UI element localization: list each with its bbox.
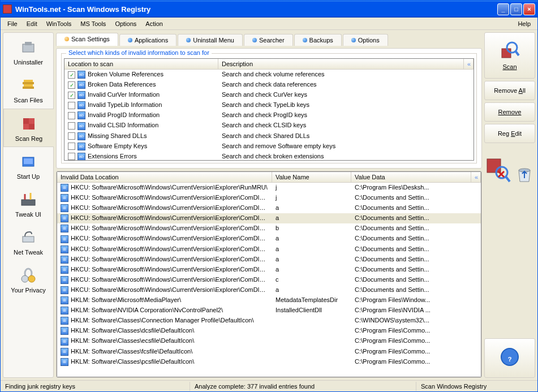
result-row[interactable]: ⊞HKLM: Software\Classes\pcsfile\DefaultI… (57, 357, 481, 367)
sidebar-item-uninstaller[interactable]: Uninstaller (3, 33, 53, 71)
menu-mstools[interactable]: MS Tools (76, 19, 110, 29)
tab-scan-settings[interactable]: Scan Settings (56, 33, 118, 46)
sidebar: UninstallerScan FilesScan RegStart UpTwe… (3, 32, 54, 378)
sidebar-item-scanreg[interactable]: Scan Reg (3, 109, 54, 147)
close-button[interactable]: × (523, 3, 535, 15)
result-row[interactable]: ⊞HKLM: Software\Classes\dcsfile\DefaultI… (57, 326, 481, 336)
svg-rect-19 (502, 49, 511, 58)
tab-backups[interactable]: Backups (294, 34, 342, 46)
col-value-name[interactable]: Value Name (272, 172, 351, 182)
checkbox[interactable] (68, 143, 75, 150)
svg-line-22 (515, 51, 519, 55)
menu-edit[interactable]: Edit (22, 19, 42, 29)
svg-rect-7 (29, 118, 35, 124)
checkbox[interactable]: ✓ (68, 92, 75, 99)
result-row[interactable]: ⊞HKLM: Software\Microsoft\MediaPlayer\Me… (57, 295, 481, 305)
reg-item-icon: ab (78, 111, 85, 119)
scan-location-row[interactable]: abInvalid CLSID InformationSearch and ch… (64, 120, 474, 131)
scroll-up-icon[interactable]: « (464, 59, 474, 69)
scan-location-row[interactable]: ✓abBroken Data ReferencesSearch and chec… (64, 80, 474, 90)
sidebar-label: Uninstaller (6, 59, 51, 66)
app-icon (3, 5, 12, 14)
recycle-bin-icon (514, 163, 535, 184)
result-row[interactable]: ⊞HKCU: Software\Microsoft\Windows\Curren… (57, 285, 481, 295)
checkbox[interactable] (68, 102, 75, 109)
col-location[interactable]: Location to scan (64, 59, 218, 69)
sidebar-label: Your Privacy (6, 287, 51, 294)
reg-item-icon: ab (78, 132, 85, 140)
checkbox[interactable] (68, 122, 75, 130)
menu-action[interactable]: Action (141, 19, 167, 29)
reg-item-icon: ab (78, 122, 85, 130)
reg-key-icon: ⊞ (61, 194, 68, 202)
sidebar-item-nettweak[interactable]: Net Tweak (3, 223, 53, 261)
scan-button[interactable]: Scan (484, 32, 535, 79)
scan-location-row[interactable]: ✓abBroken Volume ReferencesSearch and ch… (64, 70, 474, 80)
sidebar-item-startup[interactable]: Start Up (3, 147, 53, 185)
col-description[interactable]: Description (218, 59, 464, 69)
maximize-button[interactable]: □ (510, 3, 522, 15)
remove-all-button[interactable]: Remove All (484, 81, 535, 100)
result-row[interactable]: ⊞HKCU: Software\Microsoft\Windows\Curren… (57, 275, 481, 285)
tab-uninstall-menu[interactable]: Uninstall Menu (178, 34, 243, 46)
col-value-data[interactable]: Value Data (351, 172, 471, 182)
result-row[interactable]: ⊞HKCU: Software\Microsoft\Windows\Curren… (57, 193, 481, 203)
result-row[interactable]: ⊞HKCU: Software\Microsoft\Windows\Curren… (57, 255, 481, 265)
svg-rect-3 (23, 82, 34, 84)
result-row[interactable]: ⊞HKCU: Software\Microsoft\Windows\Curren… (57, 183, 481, 193)
menu-file[interactable]: File (3, 19, 22, 29)
result-row[interactable]: ⊞HKCU: Software\Microsoft\Windows\Curren… (57, 223, 481, 234)
minimize-button[interactable]: _ (497, 3, 509, 15)
col-invalid-location[interactable]: Invalid Data Location (57, 172, 272, 182)
uninstaller-icon (19, 38, 37, 57)
result-row[interactable]: ⊞HKLM: Software\Classes\fcsfile\DefaultI… (57, 347, 481, 357)
scroll-up-icon[interactable]: « (471, 172, 481, 182)
sidebar-item-tweakui[interactable]: Tweak UI (3, 185, 53, 223)
reg-key-icon: ⊞ (61, 348, 68, 356)
result-row[interactable]: ⊞HKLM: Software\Classes\ecsfile\DefaultI… (57, 336, 481, 346)
checkbox[interactable] (68, 132, 75, 140)
result-row[interactable]: ⊞HKCU: Software\Microsoft\Windows\Curren… (57, 203, 481, 213)
scan-location-row[interactable]: ✓abInvalid CurVer InformationSearch and … (64, 90, 474, 100)
reg-edit-button[interactable]: Reg Edit (484, 124, 535, 143)
reg-key-icon: ⊞ (61, 276, 68, 284)
scan-location-row[interactable]: abSoftware Empty KeysSearch and remove S… (64, 141, 474, 152)
magnify-cube-icon (500, 41, 520, 61)
scanfiles-icon (19, 76, 37, 94)
svg-rect-15 (23, 236, 34, 242)
remove-button[interactable]: Remove (484, 102, 535, 122)
svg-text:?: ? (508, 356, 512, 363)
tab-dot-icon (252, 38, 257, 42)
result-row[interactable]: ⊞HKCU: Software\Microsoft\Windows\Curren… (57, 265, 481, 275)
tab-applications[interactable]: Applications (119, 34, 177, 46)
tab-options[interactable]: Options (343, 34, 388, 46)
scan-location-row[interactable]: abInvalid ProgID InformationSearch and c… (64, 110, 474, 120)
checkbox[interactable]: ✓ (68, 71, 75, 79)
sidebar-item-privacy[interactable]: Your Privacy (3, 261, 53, 299)
checkbox[interactable] (68, 112, 75, 119)
tweakui-icon (19, 191, 37, 209)
scan-settings-panel: Select which kinds of invalid informatio… (56, 48, 482, 169)
tab-dot-icon (351, 38, 356, 42)
menu-options[interactable]: Options (110, 19, 141, 29)
tab-searcher[interactable]: Searcher (244, 34, 293, 46)
result-row[interactable]: ⊞HKLM: Software\NVIDIA Corporation\NvCon… (57, 305, 481, 316)
result-row[interactable]: ⊞HKCU: Software\Microsoft\Windows\Curren… (57, 213, 481, 223)
titlebar[interactable]: WinTools.net - Scan Windows Registry _ □… (1, 1, 537, 18)
menu-help[interactable]: Help (513, 19, 535, 29)
svg-line-25 (506, 176, 510, 182)
menu-wintools[interactable]: WinTools (42, 19, 76, 29)
sidebar-item-scanfiles[interactable]: Scan Files (3, 71, 53, 109)
result-row[interactable]: ⊞HKCU: Software\Microsoft\Windows\Curren… (57, 234, 481, 244)
svg-rect-6 (23, 118, 29, 124)
scan-location-row[interactable]: abInvalid TypeLib InformationSearch and … (64, 100, 474, 110)
checkbox[interactable]: ✓ (68, 81, 75, 89)
scan-location-row[interactable]: abMissing Shared DLLsSearch and check Sh… (64, 131, 474, 141)
svg-rect-0 (23, 44, 34, 52)
reg-key-icon: ⊞ (61, 317, 68, 325)
checkbox[interactable] (68, 153, 75, 160)
help-button[interactable]: ? (484, 338, 535, 378)
scan-location-row[interactable]: abExtensions ErrorsSearch and check brok… (64, 152, 474, 160)
result-row[interactable]: ⊞HKLM: Software\Classes\Connection Manag… (57, 316, 481, 326)
result-row[interactable]: ⊞HKCU: Software\Microsoft\Windows\Curren… (57, 244, 481, 255)
